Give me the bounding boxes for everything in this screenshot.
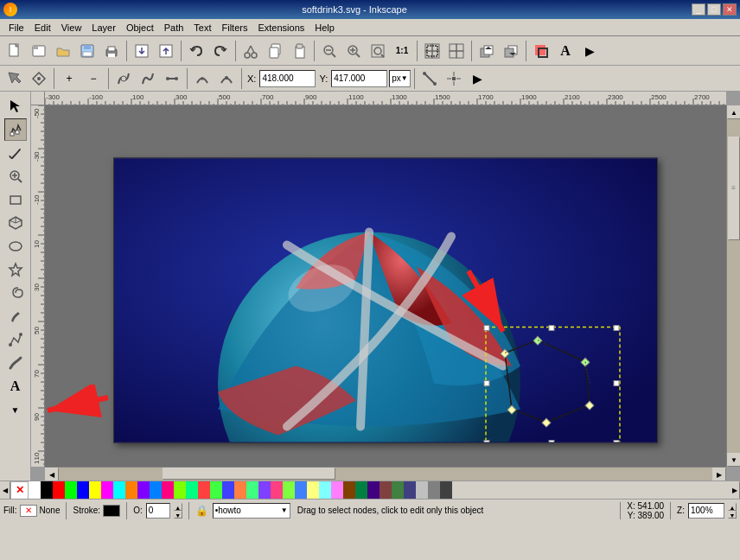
color-swatch-27[interactable]: [355, 481, 367, 500]
text-tool-button[interactable]: A: [554, 40, 577, 62]
join-nodes-btn[interactable]: [161, 67, 183, 90]
layer-dropdown-arrow[interactable]: ▼: [281, 506, 288, 514]
scrollbar-horizontal[interactable]: ◀ ▶: [45, 467, 726, 480]
scroll-left-button[interactable]: ◀: [45, 468, 59, 480]
undo-button[interactable]: [185, 40, 207, 62]
color-swatch-6[interactable]: [101, 481, 113, 500]
scrollbar-vertical[interactable]: ▲ ≡ ▼: [726, 105, 740, 467]
color-swatch-1[interactable]: [41, 481, 53, 500]
save-button[interactable]: [76, 40, 99, 62]
zoom-fit-button[interactable]: [367, 40, 389, 62]
color-swatch-34[interactable]: [440, 481, 452, 500]
color-swatch-2[interactable]: [53, 481, 65, 500]
color-swatch-33[interactable]: [428, 481, 440, 500]
color-swatch-11[interactable]: [162, 481, 174, 500]
snap-gradient-btn[interactable]: [418, 67, 441, 90]
color-swatch-32[interactable]: [416, 481, 428, 500]
open-button[interactable]: [52, 40, 74, 62]
raise-button[interactable]: [475, 40, 498, 62]
menu-file[interactable]: File: [3, 21, 29, 35]
tools-more-button[interactable]: ▼: [4, 398, 27, 421]
calligraphy-tool[interactable]: [4, 352, 27, 374]
delete-node-btn[interactable]: −: [82, 67, 105, 90]
3dbox-tool[interactable]: [4, 212, 27, 234]
color-swatch-7[interactable]: [113, 481, 125, 500]
menu-edit[interactable]: Edit: [29, 21, 56, 35]
color-swatch-0[interactable]: [29, 481, 41, 500]
y-input[interactable]: [331, 70, 387, 87]
zoom-tool[interactable]: [4, 165, 27, 188]
fill-stroke-button[interactable]: [530, 40, 552, 62]
color-swatch-25[interactable]: [331, 481, 343, 500]
unit-dropdown-arrow[interactable]: ▼: [401, 74, 408, 82]
tweak-tool[interactable]: [4, 142, 27, 164]
color-swatch-14[interactable]: [198, 481, 210, 500]
color-swatch-13[interactable]: [186, 481, 198, 500]
break-path-btn[interactable]: [112, 67, 135, 90]
ungroup-button[interactable]: [445, 40, 468, 62]
menu-view[interactable]: View: [56, 21, 87, 35]
drawing-canvas[interactable]: [113, 158, 658, 443]
color-swatch-15[interactable]: [210, 481, 222, 500]
color-swatch-31[interactable]: [404, 481, 416, 500]
select-tool[interactable]: [4, 95, 27, 118]
menu-object[interactable]: Object: [121, 21, 159, 35]
zoom-out-button[interactable]: [318, 40, 341, 62]
node-select-btn[interactable]: [3, 67, 26, 90]
redo-button[interactable]: [209, 40, 232, 62]
open-templates-button[interactable]: [28, 40, 50, 62]
more-tools-button[interactable]: ▶: [578, 40, 601, 62]
color-swatch-18[interactable]: [246, 481, 258, 500]
palette-scroll-right[interactable]: ▶: [730, 481, 740, 500]
pen-tool[interactable]: [4, 328, 27, 351]
color-swatch-9[interactable]: [137, 481, 150, 500]
color-swatch-29[interactable]: [380, 481, 392, 500]
opacity-input[interactable]: [146, 503, 170, 519]
color-swatch-23[interactable]: [307, 481, 319, 500]
close-button[interactable]: ✕: [723, 3, 737, 16]
color-swatch-10[interactable]: [150, 481, 162, 500]
node-transform-btn[interactable]: [28, 67, 50, 90]
join-path-btn[interactable]: [137, 67, 159, 90]
color-swatch-26[interactable]: [343, 481, 355, 500]
lock-icon[interactable]: 🔒: [195, 504, 209, 518]
spiral-tool[interactable]: [4, 282, 27, 304]
minimize-button[interactable]: _: [692, 3, 705, 16]
smooth-btn[interactable]: [215, 67, 238, 90]
color-swatch-22[interactable]: [295, 481, 307, 500]
rect-tool[interactable]: [4, 188, 27, 211]
scroll-right-button[interactable]: ▶: [712, 468, 726, 480]
maximize-button[interactable]: □: [707, 3, 721, 16]
cusp-btn[interactable]: [191, 67, 214, 90]
canvas-content[interactable]: [45, 105, 726, 467]
opacity-spin[interactable]: ▲ ▼: [174, 503, 182, 519]
lower-button[interactable]: [500, 40, 522, 62]
color-swatch-8[interactable]: [125, 481, 137, 500]
pencil-tool[interactable]: [4, 305, 27, 328]
group-button[interactable]: [421, 40, 443, 62]
menu-layer[interactable]: Layer: [86, 21, 121, 35]
menu-filters[interactable]: Filters: [217, 21, 253, 35]
export-button[interactable]: [155, 40, 177, 62]
menu-path[interactable]: Path: [159, 21, 189, 35]
palette-scroll-left[interactable]: ◀: [0, 481, 10, 500]
add-node-btn[interactable]: +: [58, 67, 80, 90]
print-button[interactable]: [100, 40, 123, 62]
color-swatch-19[interactable]: [258, 481, 271, 500]
zoom-spin[interactable]: ▲ ▼: [728, 503, 737, 519]
zoom-input[interactable]: [688, 503, 724, 519]
no-fill-swatch[interactable]: ✕: [10, 481, 29, 500]
new-button[interactable]: [3, 40, 26, 62]
star-tool[interactable]: [4, 258, 27, 281]
canvas-area[interactable]: ▲ ≡ ▼ ◀ ▶: [31, 92, 740, 480]
color-swatch-3[interactable]: [65, 481, 77, 500]
scroll-thumb-h[interactable]: [163, 468, 335, 480]
menu-extensions[interactable]: Extensions: [252, 21, 309, 35]
color-swatch-21[interactable]: [283, 481, 295, 500]
zoom-100-button[interactable]: 1:1: [391, 40, 413, 62]
x-input[interactable]: [259, 70, 316, 87]
copy-button[interactable]: [264, 40, 286, 62]
ellipse-tool[interactable]: [4, 235, 27, 258]
text-tool[interactable]: A: [4, 375, 27, 398]
color-swatch-28[interactable]: [367, 481, 380, 500]
